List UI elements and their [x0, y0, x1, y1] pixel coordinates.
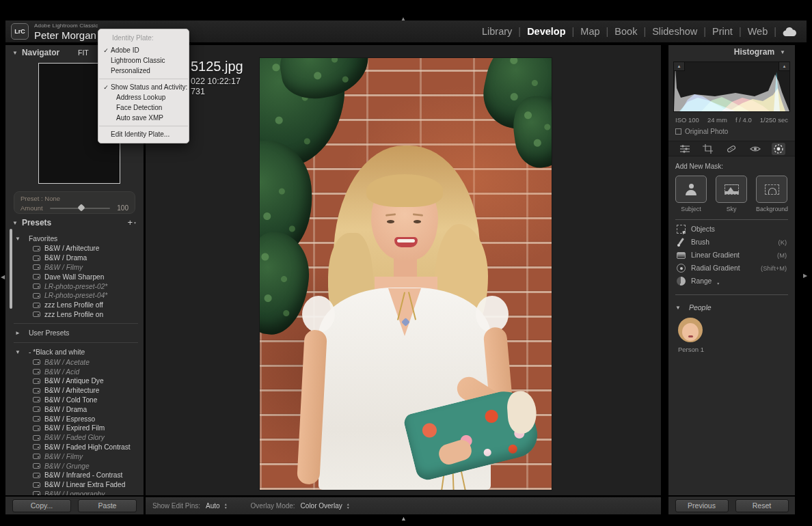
amount-slider[interactable] [50, 208, 111, 209]
context-menu-item-edit[interactable]: Edit Identity Plate... [98, 129, 189, 139]
mask-type-button[interactable]: Sky [716, 176, 747, 212]
preset-item[interactable]: zzz Lens Profile off [5, 301, 144, 310]
reset-button[interactable]: Reset [735, 499, 789, 512]
preset-item[interactable]: B&W / Cold Tone [14, 396, 138, 405]
context-menu-item[interactable]: Personalized [98, 66, 189, 76]
preset-label: B&W / Cold Tone [44, 396, 97, 404]
preset-group-header[interactable]: ▼ - *Black and white [14, 347, 138, 357]
collapse-bottom-arrow-icon[interactable]: ▲ [401, 516, 407, 521]
preset-item[interactable]: B&W / Espresso [14, 414, 138, 424]
cloud-sync-icon[interactable] [782, 27, 797, 37]
module-tab[interactable]: Develop [521, 26, 571, 37]
mask-type-button[interactable]: Subject [675, 176, 707, 212]
overlay-mode-select[interactable]: Color Overlay [301, 502, 342, 510]
people-header[interactable]: ▼ People [668, 298, 795, 312]
preset-item[interactable]: LR-photo-preset-04* [5, 291, 144, 301]
mask-tool-item[interactable]: Range ▾ [668, 275, 795, 288]
preset-item[interactable]: LR-photo-preset-02* [5, 281, 144, 291]
module-tab[interactable]: Library [476, 26, 518, 37]
histogram-header[interactable]: Histogram ▼ [668, 45, 795, 59]
context-menu-item-label: Adobe ID [111, 46, 139, 54]
preset-item[interactable]: Dave Wall Sharpen [5, 272, 144, 281]
preset-item[interactable]: B&W / Faded Glory [14, 433, 138, 443]
edit-sliders-icon[interactable] [678, 143, 692, 155]
preset-item[interactable]: B&W / Filmy [5, 263, 144, 273]
preset-item[interactable]: B&W / Acetate [14, 357, 138, 367]
show-edit-pins-select[interactable]: Auto [206, 502, 220, 510]
collapse-right-arrow-icon[interactable]: ▶ [803, 273, 807, 279]
module-tab[interactable]: Map [574, 26, 606, 37]
context-menu-item[interactable]: Auto save XMP [98, 113, 189, 123]
preset-icon [33, 274, 40, 279]
add-preset-caret-icon[interactable]: ▼ [133, 221, 137, 225]
mask-tool-item[interactable]: Radial Gradient (Shift+M) [668, 262, 795, 275]
preset-label: B&W / Faded High Contrast [44, 443, 131, 451]
preset-item[interactable]: B&W / Infrared - Contrast [14, 471, 138, 480]
preset-item[interactable]: B&W / Drama [14, 404, 138, 414]
presets-collapse-icon[interactable]: ▼ [12, 220, 18, 226]
module-tab[interactable]: Print [706, 26, 739, 37]
healing-icon[interactable] [725, 143, 738, 155]
exif-iso: ISO 100 [675, 116, 699, 124]
context-menu-item[interactable]: Lightroom Classic [98, 55, 189, 66]
crop-icon[interactable] [701, 143, 715, 155]
overlay-mode-label: Overlay Mode: [251, 502, 295, 510]
navigator-collapse-icon[interactable]: ▼ [12, 50, 18, 56]
paste-button[interactable]: Paste [78, 499, 137, 512]
module-tab[interactable]: Book [608, 26, 643, 37]
preset-label: B&W / Faded Glory [44, 434, 105, 441]
masking-icon[interactable] [772, 143, 785, 155]
preset-item[interactable]: B&W / Arhitecture [5, 244, 144, 253]
navigator-zoom-fit[interactable]: FIT [78, 49, 89, 57]
context-menu-item[interactable]: Face Detection [98, 102, 189, 113]
right-collapse-strip[interactable] [798, 0, 812, 526]
mask-tool-item[interactable]: Objects [668, 223, 795, 236]
person-avatar[interactable] [678, 318, 703, 342]
right-panel: Histogram ▼ ▲ ▲ ISO 100 24 mm f / 4.0 1/… [668, 45, 795, 495]
group-collapse-icon[interactable]: ► [15, 330, 21, 336]
shadow-clipping-indicator[interactable]: ▲ [674, 62, 685, 71]
preset-item[interactable]: B&W / Lomography [14, 490, 138, 495]
group-collapse-icon[interactable]: ▼ [15, 236, 21, 242]
add-new-mask-label: Add New Mask: [668, 161, 795, 176]
preset-item[interactable]: B&W / Acid [14, 367, 138, 376]
preset-item[interactable]: B&W / Linear Extra Faded [14, 480, 138, 490]
photo-canvas[interactable] [260, 58, 552, 490]
copy-button[interactable]: Copy... [12, 499, 71, 512]
preset-item[interactable]: B&W / Faded High Contrast [14, 443, 138, 452]
preset-group-header[interactable]: ▼ Favorites [5, 234, 144, 244]
histogram-graph[interactable]: ▲ ▲ [673, 61, 790, 112]
module-tab[interactable]: Slideshow [646, 26, 703, 37]
preset-item[interactable]: zzz Lens Profile on [5, 310, 144, 320]
group-collapse-icon[interactable]: ▼ [15, 349, 21, 355]
original-photo-row[interactable]: Original Photo [668, 124, 795, 141]
previous-button[interactable]: Previous [675, 499, 729, 512]
highlight-clipping-indicator[interactable]: ▲ [779, 62, 789, 71]
identity-plate[interactable]: Adobe Lightroom Classic Peter Morgan [34, 23, 98, 41]
preset-item[interactable]: B&W / Grunge [14, 461, 138, 471]
presets-header[interactable]: ▼ Presets + ▼ [5, 217, 144, 228]
people-collapse-icon[interactable]: ▼ [675, 305, 681, 311]
collapse-left-arrow-icon[interactable]: ◀ [1, 275, 5, 280]
histogram-collapse-icon[interactable]: ▼ [780, 49, 785, 55]
amount-slider-thumb[interactable] [78, 204, 85, 211]
preset-group-header[interactable]: ► User Presets [14, 328, 138, 338]
red-eye-icon[interactable] [748, 143, 762, 155]
original-photo-checkbox[interactable] [675, 128, 681, 135]
preset-item[interactable]: B&W / Drama [5, 253, 144, 263]
dropdown-arrows-icon[interactable]: ▲▼ [224, 503, 228, 509]
module-tab[interactable]: Web [742, 26, 774, 37]
context-menu-item[interactable]: Address Lookup [98, 92, 189, 102]
add-preset-button[interactable]: + [127, 219, 133, 227]
preset-item[interactable]: B&W / Arhitecture [14, 386, 138, 396]
dropdown-arrows-icon[interactable]: ▲▼ [347, 503, 350, 509]
mask-tool-item[interactable]: Brush (K) [668, 236, 795, 249]
mask-tool-item[interactable]: Linear Gradient (M) [668, 249, 795, 262]
context-menu-item[interactable]: ✓ Adobe ID [98, 45, 189, 55]
context-menu-item[interactable]: ✓ Show Status and Activity: [98, 82, 189, 92]
mask-type-button[interactable]: Background [756, 176, 788, 212]
preset-item[interactable]: B&W / Expired Film [14, 424, 138, 433]
preset-item[interactable]: B&W / Filmy [14, 452, 138, 461]
presets-scrollbar[interactable] [10, 229, 12, 309]
preset-item[interactable]: B&W / Antique Dye [14, 376, 138, 386]
